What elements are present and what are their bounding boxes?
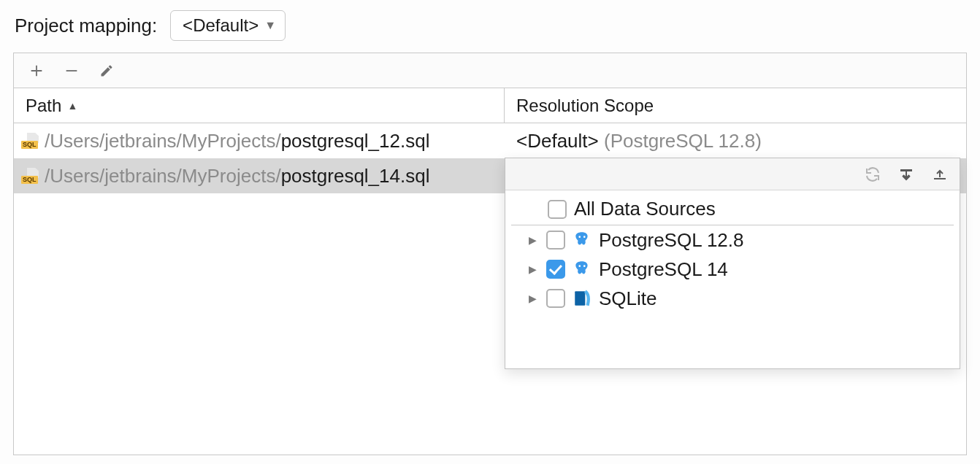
datasource-label: PostgreSQL 14 (599, 258, 728, 281)
datasource-row[interactable]: ▶ SQLite (511, 284, 954, 313)
mapping-table-panel: Path ▲ Resolution Scope /Users/jetbrains… (13, 53, 967, 455)
path-header-label: Path (26, 96, 61, 116)
path-file: postgresql_14.sql (281, 165, 430, 187)
svg-point-1 (583, 236, 586, 238)
checkbox[interactable] (546, 231, 565, 250)
add-button[interactable] (27, 61, 46, 80)
mapping-toolbar (14, 53, 966, 88)
all-data-sources-row[interactable]: All Data Sources (511, 193, 954, 225)
sql-file-icon (21, 133, 39, 149)
path-cell: /Users/jetbrains/MyProjects/postgresql_1… (14, 123, 505, 158)
chevron-right-icon[interactable]: ▶ (529, 234, 539, 246)
postgres-icon (573, 260, 592, 279)
svg-rect-4 (575, 291, 585, 306)
chevron-down-icon: ▼ (264, 19, 276, 32)
scope-text: <Default> (PostgreSQL 12.8) (516, 130, 762, 152)
sqlite-icon (573, 289, 592, 308)
datasource-row[interactable]: ▶ PostgreSQL 14 (511, 255, 954, 284)
scope-cell: <Default> (PostgreSQL 12.8) (505, 123, 966, 158)
scope-default: <Default> (516, 130, 604, 152)
expand-all-icon[interactable] (897, 165, 916, 184)
collapse-all-icon[interactable] (930, 165, 949, 184)
sql-file-icon (21, 168, 39, 184)
path-dir: /Users/jetbrains/MyProjects/ (45, 130, 281, 152)
datasource-picker-popup: All Data Sources ▶ PostgreSQL 12.8 ▶ (505, 158, 960, 369)
svg-point-0 (578, 236, 581, 238)
refresh-icon[interactable] (863, 165, 882, 184)
datasource-label: SQLite (599, 287, 657, 310)
path-text: /Users/jetbrains/MyProjects/postgresql_1… (45, 130, 429, 152)
project-mapping-value: <Default> (183, 15, 259, 36)
datasource-label: PostgreSQL 12.8 (599, 229, 744, 252)
scope-column-header[interactable]: Resolution Scope (505, 88, 966, 123)
edit-button[interactable] (97, 61, 116, 80)
scope-header-label: Resolution Scope (516, 96, 654, 116)
checkbox[interactable] (548, 200, 567, 219)
path-cell: /Users/jetbrains/MyProjects/postgresql_1… (14, 158, 505, 193)
sort-asc-icon: ▲ (67, 100, 77, 112)
path-column-header[interactable]: Path ▲ (14, 88, 505, 123)
scope-datasource: (PostgreSQL 12.8) (604, 130, 762, 152)
settings-panel: Project mapping: <Default> ▼ Path ▲ Reso (0, 0, 980, 464)
svg-point-2 (578, 265, 581, 267)
popup-body: All Data Sources ▶ PostgreSQL 12.8 ▶ (505, 190, 960, 316)
project-mapping-dropdown[interactable]: <Default> ▼ (170, 10, 286, 41)
svg-point-3 (583, 265, 586, 267)
table-header: Path ▲ Resolution Scope (14, 88, 966, 123)
checkbox[interactable] (546, 260, 565, 279)
path-file: postgresql_12.sql (281, 130, 430, 152)
datasource-row[interactable]: ▶ PostgreSQL 12.8 (511, 225, 954, 255)
chevron-right-icon[interactable]: ▶ (529, 263, 539, 275)
chevron-right-icon[interactable]: ▶ (529, 293, 539, 304)
path-dir: /Users/jetbrains/MyProjects/ (45, 165, 281, 187)
postgres-icon (573, 231, 592, 250)
checkbox[interactable] (546, 289, 565, 308)
all-data-sources-label: All Data Sources (574, 198, 716, 220)
remove-button[interactable] (62, 61, 81, 80)
table-row[interactable]: /Users/jetbrains/MyProjects/postgresql_1… (14, 123, 966, 158)
path-text: /Users/jetbrains/MyProjects/postgresql_1… (45, 165, 429, 187)
project-mapping-row: Project mapping: <Default> ▼ (13, 10, 967, 41)
popup-toolbar (505, 158, 960, 190)
project-mapping-label: Project mapping: (15, 15, 157, 37)
